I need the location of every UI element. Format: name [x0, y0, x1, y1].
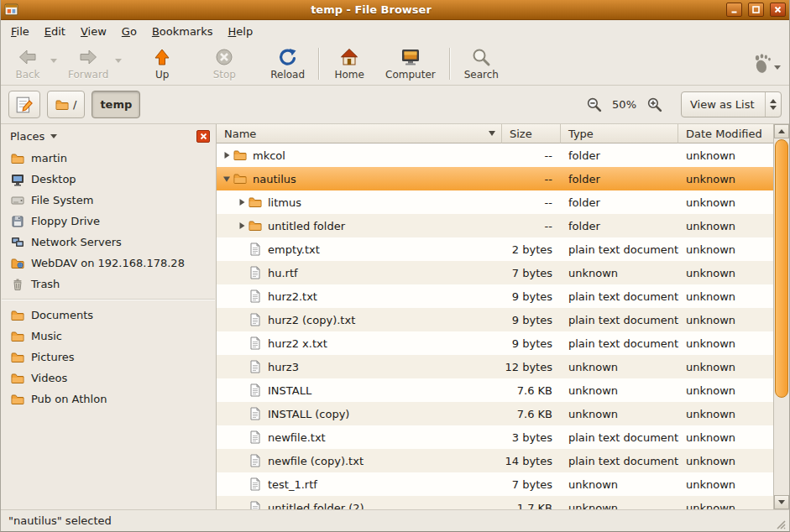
- sidebar-close-button[interactable]: [196, 130, 210, 143]
- list-row-test-1-rtf[interactable]: test_1.rtf7 bytesunknownunknown: [217, 472, 773, 496]
- expander-collapsed-icon[interactable]: [235, 198, 248, 206]
- menu-go[interactable]: Go: [115, 22, 144, 41]
- sidebar-item-file-system[interactable]: File System: [1, 190, 216, 211]
- file-size: 1.7 KB: [502, 502, 561, 510]
- vertical-scrollbar[interactable]: [773, 124, 789, 509]
- file-size: 9 bytes: [502, 290, 561, 303]
- window-title: temp - File Browser: [22, 3, 720, 16]
- view-mode-selector[interactable]: View as List: [681, 91, 782, 117]
- indent-spacer: [217, 273, 235, 274]
- sidebar-item-floppy-drive[interactable]: Floppy Drive: [1, 211, 216, 232]
- places-selector[interactable]: Places: [10, 130, 57, 143]
- edit-location-button[interactable]: [8, 91, 40, 118]
- sidebar-item-desktop[interactable]: Desktop: [1, 169, 216, 190]
- scroll-up-icon: [778, 129, 785, 133]
- column-header-date-modified[interactable]: Date Modified: [678, 124, 773, 143]
- back-history-dropdown-icon[interactable]: [50, 59, 57, 63]
- menu-edit[interactable]: Edit: [38, 22, 72, 41]
- folder-icon: [11, 393, 24, 406]
- file-date-modified: unknown: [678, 384, 773, 397]
- file-date-modified: unknown: [678, 243, 773, 256]
- list-row-nautilus[interactable]: nautilus--folderunknown: [217, 167, 773, 190]
- path-button-root[interactable]: /: [47, 91, 85, 118]
- path-button-temp[interactable]: temp: [92, 91, 140, 118]
- sidebar-item-pub-on-athlon[interactable]: Pub on Athlon: [1, 389, 216, 409]
- list-row-newfile-copy-txt[interactable]: newfile (copy).txt14 bytesplain text doc…: [217, 449, 773, 472]
- folder-icon: [249, 196, 262, 209]
- menu-view[interactable]: View: [74, 22, 113, 41]
- name-cell: hurz2 (copy).txt: [217, 313, 502, 326]
- view-mode-stepper[interactable]: [765, 92, 781, 117]
- menu-file[interactable]: File: [4, 22, 36, 41]
- list-row-untitled-folder[interactable]: untitled folder--folderunknown: [217, 214, 773, 237]
- sidebar-item-trash[interactable]: Trash: [1, 274, 216, 295]
- menu-bookmarks[interactable]: Bookmarks: [145, 22, 220, 41]
- minimize-button[interactable]: [726, 3, 742, 17]
- up-button[interactable]: Up: [140, 44, 184, 83]
- forward-button[interactable]: Forward: [62, 44, 114, 83]
- file-size: 9 bytes: [502, 337, 561, 350]
- sidebar-item-martin[interactable]: martin: [1, 148, 216, 169]
- file-type: unknown: [561, 502, 678, 510]
- close-button[interactable]: [770, 3, 786, 17]
- resize-grip-icon[interactable]: [774, 518, 787, 531]
- list-row-newfile-txt[interactable]: newfile.txt3 bytesplain text documentunk…: [217, 425, 773, 449]
- file-list: mkcol--folderunknownnautilus--folderunkn…: [217, 143, 773, 509]
- back-button[interactable]: Back: [6, 44, 50, 83]
- list-row-hurz3[interactable]: hurz312 bytesunknownunknown: [217, 355, 773, 378]
- list-row-untitled-folder-2[interactable]: untitled folder (2)1.7 KBunknownunknown: [217, 496, 773, 509]
- list-row-hurz2-x-txt[interactable]: hurz2 x.txt9 bytesplain text documentunk…: [217, 331, 773, 355]
- scroll-down-button[interactable]: [774, 495, 789, 509]
- column-header-type[interactable]: Type: [561, 124, 678, 143]
- list-row-hurz2-copy-txt[interactable]: hurz2 (copy).txt9 bytesplain text docume…: [217, 308, 773, 331]
- file-date-modified: unknown: [678, 431, 773, 444]
- expander-collapsed-icon[interactable]: [220, 151, 233, 159]
- reload-button[interactable]: Reload: [264, 44, 311, 83]
- zoom-in-button[interactable]: [646, 96, 662, 112]
- scroll-up-button[interactable]: [774, 124, 789, 138]
- home-button[interactable]: Home: [327, 44, 371, 83]
- titlebar[interactable]: temp - File Browser: [1, 0, 789, 20]
- computer-button[interactable]: Computer: [379, 44, 442, 83]
- file-date-modified: unknown: [678, 314, 773, 326]
- toolbar-overflow-button[interactable]: [751, 53, 781, 75]
- folder-icon: [55, 98, 69, 112]
- list-row-empty-txt[interactable]: empty.txt2 bytesplain text documentunkno…: [217, 237, 773, 261]
- sidebar-item-webdav-on-192-168-178-28[interactable]: WebDAV on 192.168.178.28: [1, 253, 216, 274]
- file-name: untitled folder (2): [268, 502, 364, 510]
- list-row-mkcol[interactable]: mkcol--folderunknown: [217, 143, 773, 167]
- search-button[interactable]: Search: [458, 44, 505, 83]
- sidebar-item-documents[interactable]: Documents: [1, 305, 216, 326]
- file-type: unknown: [561, 384, 678, 397]
- sidebar-item-videos[interactable]: Videos: [1, 368, 216, 389]
- file-date-modified: unknown: [678, 196, 773, 209]
- column-header-size[interactable]: Size: [502, 124, 561, 143]
- file-type: plain text document: [561, 314, 678, 326]
- list-row-litmus[interactable]: litmus--folderunknown: [217, 190, 773, 214]
- sidebar-item-pictures[interactable]: Pictures: [1, 347, 216, 368]
- file-date-modified: unknown: [678, 502, 773, 510]
- sidebar-item-network-servers[interactable]: Network Servers: [1, 232, 216, 253]
- menu-help[interactable]: Help: [222, 22, 260, 41]
- name-cell: litmus: [217, 196, 502, 209]
- list-row-hurz2-txt[interactable]: hurz2.txt9 bytesplain text documentunkno…: [217, 284, 773, 308]
- forward-history-dropdown-icon[interactable]: [115, 59, 122, 63]
- file-name: mkcol: [253, 149, 285, 162]
- file-icon: [249, 454, 262, 467]
- sidebar-item-music[interactable]: Music: [1, 326, 216, 347]
- maximize-button[interactable]: [748, 3, 764, 17]
- file-name: INSTALL (copy): [268, 408, 349, 420]
- list-row-install-copy[interactable]: INSTALL (copy)7.6 KBunknownunknown: [217, 402, 773, 425]
- list-row-install[interactable]: INSTALL7.6 KBunknownunknown: [217, 378, 773, 402]
- file-type: folder: [561, 220, 678, 232]
- expander-collapsed-icon[interactable]: [235, 222, 248, 230]
- scrollbar-track[interactable]: [774, 138, 789, 495]
- scrollbar-thumb[interactable]: [775, 139, 788, 398]
- list-row-hu-rtf[interactable]: hu.rtf7 bytesunknownunknown: [217, 261, 773, 284]
- sidebar-item-label: Pub on Athlon: [31, 393, 107, 405]
- column-header-name[interactable]: Name: [217, 124, 502, 143]
- zoom-out-button[interactable]: [586, 96, 602, 112]
- stop-button[interactable]: Stop: [202, 44, 246, 83]
- places-title: Places: [10, 130, 44, 143]
- expander-expanded-icon[interactable]: [220, 175, 233, 183]
